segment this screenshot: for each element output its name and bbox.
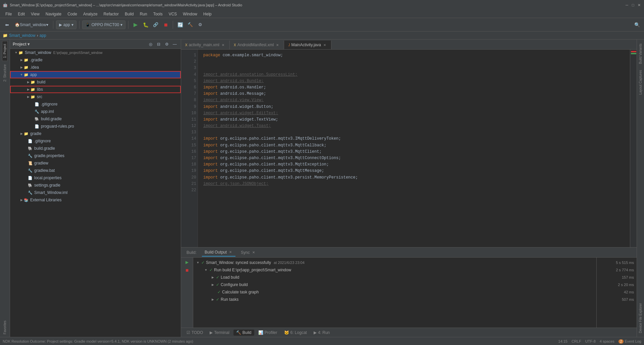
tree-item-gradlew-bat[interactable]: 🔧 gradlew.bat (10, 167, 181, 174)
menu-file[interactable]: File (3, 11, 14, 17)
run-icon: ▶ (314, 330, 317, 335)
debug-btn[interactable]: 🐛 (141, 20, 150, 29)
tree-item-idea[interactable]: ▶ 📁 .idea (10, 64, 181, 71)
status-charset[interactable]: UTF-8 (585, 339, 596, 343)
build-run-tasks-arrow[interactable]: ▶ (211, 298, 215, 301)
layout-captures-label[interactable]: Layout Captures (638, 67, 643, 97)
close-panel-icon[interactable]: — (171, 41, 178, 48)
breadcrumb-project[interactable]: Smart_window (9, 33, 36, 38)
build-tab-build-output[interactable]: Build Output ✕ (202, 249, 235, 257)
search-everywhere-btn[interactable]: 🔍 (633, 20, 641, 29)
run-btn[interactable]: ▶ (131, 20, 140, 29)
menu-analyze[interactable]: Analyze (80, 11, 100, 17)
attach-debugger-btn[interactable]: 🔗 (151, 20, 160, 29)
build-root-time: at 2021/6/23 23:04 (274, 261, 305, 265)
tree-item-gradle-properties[interactable]: 🔧 gradle.properties (10, 152, 181, 159)
tree-item-gradle-hidden[interactable]: ▶ 📁 .gradle (10, 56, 181, 64)
menu-run[interactable]: Run (137, 11, 150, 17)
maximize-btn[interactable]: □ (631, 3, 635, 7)
sync-btn[interactable]: 🔄 (176, 20, 184, 29)
build-rerun-btn[interactable]: ▶ (184, 259, 191, 266)
tree-item-build[interactable]: ▶ 📁 build (10, 78, 181, 86)
build-root-arrow[interactable]: ▼ (196, 261, 200, 264)
build-run-arrow[interactable]: ▼ (204, 268, 208, 272)
minimize-btn[interactable]: ─ (625, 3, 629, 7)
menu-navigate[interactable]: Navigate (43, 11, 64, 17)
favorites-panel-tab[interactable]: Favorites (2, 318, 7, 337)
toolbar-back-btn[interactable]: ⬅ (3, 20, 11, 29)
build-btn[interactable]: 🔨 (186, 20, 195, 29)
breadcrumb-module[interactable]: app (40, 33, 46, 38)
tree-item-proguard[interactable]: 📄 proguard-rules.pro (10, 123, 181, 130)
tab-close-activity-main[interactable]: ✕ (221, 43, 225, 47)
toolbar-tab-todo[interactable]: ☑ TODO (184, 330, 206, 336)
toolbar-tab-build[interactable]: 🔨 Build (233, 330, 254, 336)
code-editor[interactable]: 1234 5678 9101112 13141516 17181920 2122… (181, 50, 637, 247)
build-configure-arrow[interactable]: ▶ (211, 283, 215, 286)
build-load-arrow[interactable]: ▶ (211, 276, 215, 279)
tree-item-src[interactable]: ▶ 📁 src (10, 93, 181, 100)
menu-tools[interactable]: Tools (151, 11, 165, 17)
structure-panel-tab[interactable]: 2: Structure (2, 62, 7, 84)
tab-android-manifest[interactable]: X AndroidManifest.xml ✕ (230, 41, 284, 49)
toolbar-tab-run[interactable]: ▶ 4: Run (311, 330, 332, 336)
tree-item-app-iml[interactable]: 🔧 app.iml (10, 108, 181, 115)
sync-close[interactable]: ✕ (251, 250, 256, 255)
panel-dropdown-icon[interactable]: Project ▾ (13, 42, 30, 47)
menu-window[interactable]: Window (180, 11, 200, 17)
tree-item-smart-window-iml[interactable]: 🔧 Smart_Window.iml (10, 189, 181, 196)
menu-view[interactable]: View (28, 11, 42, 17)
tree-item-local-properties[interactable]: 📄 local.properties (10, 174, 181, 182)
event-log-label[interactable]: 2 Event Log (619, 339, 641, 343)
tab-activity-main[interactable]: X activity_main.xml ✕ (181, 41, 230, 49)
toolbar-project-dropdown[interactable]: 🏠 Smart_window ▾ (13, 20, 50, 29)
toolbar-tab-profiler[interactable]: 📊 Profiler (256, 330, 280, 336)
device-dropdown[interactable]: 📱 OPPO PACT00 ▾ (82, 20, 125, 29)
tree-item-settings-gradle[interactable]: 🐘 settings.gradle (10, 182, 181, 189)
status-indent[interactable]: 4 spaces (600, 339, 614, 343)
tree-item-gitignore-app[interactable]: 📄 .gitignore (10, 100, 181, 108)
tree-label-app: app (30, 72, 37, 77)
tree-item-gradlew[interactable]: 📜 gradlew (10, 159, 181, 167)
locate-icon[interactable]: ◎ (147, 41, 154, 48)
tree-item-build-gradle-root[interactable]: 🐘 build.gradle (10, 145, 181, 152)
toolbar-tab-logcat[interactable]: 🐱 6: Logcat (281, 330, 310, 336)
build-variants-label[interactable]: Build Variants (638, 41, 643, 67)
collapse-all-icon[interactable]: ⊟ (155, 41, 162, 48)
settings-icon[interactable]: ⚙ (163, 41, 170, 48)
tree-item-build-gradle-app[interactable]: 🐘 build.gradle (10, 115, 181, 123)
stop-btn[interactable]: ⏹ (161, 20, 170, 29)
code-line-9: import android.widget.Button; (203, 104, 625, 110)
build-panel: Build: Build Output ✕ Sync ✕ ▶ ⏹ (181, 247, 637, 328)
run-config-dropdown[interactable]: ▶ app ▾ (56, 20, 76, 29)
settings-btn[interactable]: ⚙ (196, 20, 205, 29)
title-bar-controls[interactable]: ─ □ ✕ (625, 3, 641, 7)
build-tab-sync[interactable]: Sync ✕ (238, 249, 259, 256)
build-stop-btn[interactable]: ⏹ (184, 267, 191, 274)
menu-code[interactable]: Code (65, 11, 80, 17)
tree-root[interactable]: ▼ 📁 Smart_window E:\prj\app_project\Smar… (10, 49, 181, 56)
tree-item-gradle[interactable]: ▶ 📁 gradle (10, 130, 181, 137)
tab-main-activity[interactable]: J MainActivity.java ✕ (284, 41, 331, 49)
project-panel-tab[interactable]: 1: Project (2, 41, 8, 61)
tree-item-external-libs[interactable]: ▶ 📚 External Libraries (10, 196, 181, 204)
tree-item-app[interactable]: ▼ 📁 app (10, 71, 181, 78)
toolbar-tab-terminal[interactable]: ▶ Terminal (207, 330, 232, 336)
tree-item-gitignore-root[interactable]: 📄 .gitignore (10, 137, 181, 145)
menu-vcs[interactable]: VCS (166, 11, 180, 17)
tab-close-main-activity[interactable]: ✕ (322, 43, 327, 47)
tab-close-manifest[interactable]: ✕ (275, 43, 280, 47)
build-output-close[interactable]: ✕ (228, 250, 233, 255)
menu-edit[interactable]: Edit (15, 11, 28, 17)
folder-icon-app: 📁 (23, 72, 29, 77)
menu-build[interactable]: Build (122, 11, 137, 17)
close-btn[interactable]: ✕ (637, 3, 641, 7)
build-tab-build[interactable]: Build: (184, 249, 199, 256)
status-crlf[interactable]: CRLF (572, 339, 581, 343)
device-file-explorer-label[interactable]: Device File Explorer (638, 300, 643, 336)
menu-refactor[interactable]: Refactor (101, 11, 121, 17)
code-content[interactable]: package com.example.smart_window; import… (198, 50, 630, 247)
file-icon-app-iml: 🔧 (34, 109, 40, 114)
menu-help[interactable]: Help (201, 11, 214, 17)
tree-item-libs[interactable]: ▶ 📁 libs (10, 86, 181, 93)
